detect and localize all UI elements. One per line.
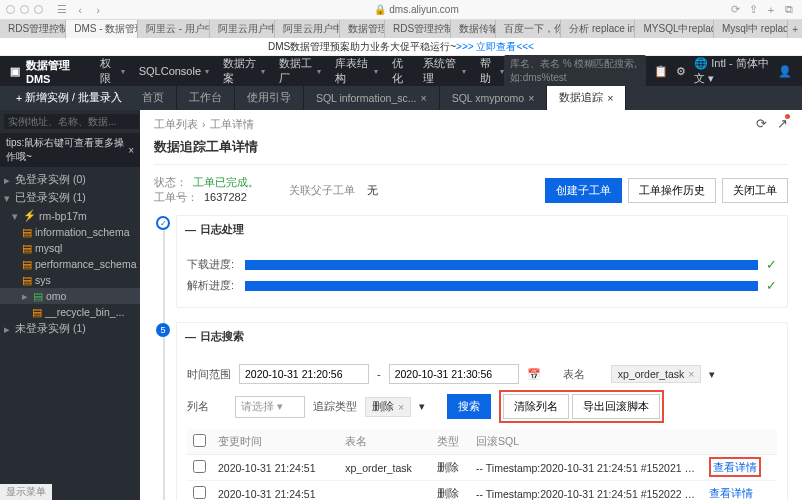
browser-tab[interactable]: 百度一下，你…	[496, 20, 561, 38]
tree-db[interactable]: ▤__recycle_bin_...	[0, 304, 140, 320]
workspace: 🔍 ⟳ tips:鼠标右键可查看更多操作哦~× ▸免登录实例 (0) ▾已登录实…	[0, 110, 802, 500]
tree-group[interactable]: ▸免登录实例 (0)	[0, 171, 140, 189]
menu-item[interactable]: SQLConsole	[139, 56, 209, 86]
tree-group[interactable]: ▸未登录实例 (1)	[0, 320, 140, 338]
browser-tab[interactable]: 数据传输	[451, 20, 496, 38]
row-checkbox[interactable]	[193, 486, 206, 499]
menu-item[interactable]: 系统管理	[423, 56, 465, 86]
view-detail-link[interactable]: 查看详情	[709, 487, 753, 499]
col-header: 回滚SQL	[470, 429, 702, 455]
search-button[interactable]: 搜索	[447, 394, 491, 419]
track-type-tag[interactable]: 删除×	[365, 397, 411, 417]
remove-icon[interactable]: ×	[398, 401, 404, 413]
time-from-input[interactable]	[239, 364, 369, 384]
table-label: 表名	[563, 367, 603, 382]
close-icon[interactable]: ×	[420, 92, 426, 104]
tree-db[interactable]: ▤information_schema	[0, 224, 140, 240]
chevron-down-icon[interactable]: ▾	[709, 368, 715, 381]
close-icon[interactable]: ×	[528, 92, 534, 104]
table-tag[interactable]: xp_order_task×	[611, 365, 702, 383]
browser-tab[interactable]: Mysql中 replace ...	[714, 20, 788, 38]
create-sub-ticket-button[interactable]: 创建子工单	[545, 178, 622, 203]
sidebar-search[interactable]	[4, 114, 139, 129]
banner-link[interactable]: >>> 立即查看<<<	[456, 40, 534, 54]
browser-tab[interactable]: DMS - 数据管理...	[66, 20, 138, 38]
back-icon[interactable]: ‹	[73, 3, 87, 17]
chevron-down-icon[interactable]: ▾	[419, 400, 425, 413]
collapse-icon: —	[185, 224, 196, 236]
browser-tab[interactable]: MYSQL中replace ...	[635, 20, 713, 38]
share-icon[interactable]: ⇪	[746, 3, 760, 17]
ws-tab[interactable]: SQL xmypromo ×	[440, 86, 548, 110]
close-icon[interactable]: ×	[128, 145, 134, 156]
clear-columns-button[interactable]: 清除列名	[503, 394, 569, 419]
remove-icon[interactable]: ×	[688, 368, 694, 380]
panel-header[interactable]: —日志处理	[177, 216, 787, 243]
cell-time: 2020-10-31 21:24:51	[212, 455, 339, 481]
logo[interactable]: ▣数据管理DMS	[10, 58, 84, 85]
refresh-icon[interactable]: ⟳	[756, 116, 767, 131]
export-rollback-button[interactable]: 导出回滚脚本	[572, 394, 660, 419]
tree-group[interactable]: ▾已登录实例 (1)	[0, 189, 140, 207]
ws-tab[interactable]: 使用引导	[235, 86, 304, 110]
panel-header[interactable]: —日志搜索	[177, 323, 787, 350]
time-to-input[interactable]	[389, 364, 519, 384]
menu-item[interactable]: 库表结构	[335, 56, 377, 86]
tabs-icon[interactable]: ⧉	[782, 3, 796, 17]
results-table: 变更时间 表名 类型 回滚SQL 2020-10-31 21:24:51 xp_…	[187, 429, 777, 500]
address-bar[interactable]: 🔒dms.aliyun.com	[109, 4, 724, 15]
browser-tab[interactable]: RDS管理控制台	[0, 20, 66, 38]
browser-tab[interactable]: 阿里云用户中心	[210, 20, 275, 38]
tree-db[interactable]: ▤sys	[0, 272, 140, 288]
select-all-checkbox[interactable]	[193, 434, 206, 447]
sidebar-toggle-icon[interactable]: ☰	[55, 3, 69, 17]
column-select[interactable]: 请选择 ▾	[235, 396, 305, 418]
menu-item[interactable]: 数据工厂	[279, 56, 321, 86]
ws-tab[interactable]: 首页	[130, 86, 177, 110]
user-avatar[interactable]: 👤	[778, 65, 792, 78]
promo-banner: DMS数据管理预案助力业务大促平稳运行~ >>> 立即查看<<<	[0, 38, 802, 56]
table-row: 2020-10-31 21:24:51 xp_order_task 删除 -- …	[187, 455, 777, 481]
clipboard-icon[interactable]: 📋	[654, 65, 668, 78]
top-menu: 权限 SQLConsole 数据方案 数据工厂 库表结构 优化 系统管理 帮助	[100, 56, 504, 86]
table-row: 2020-10-31 21:24:51 删除 -- Timestamp:2020…	[187, 481, 777, 501]
locale-switch[interactable]: 🌐 Intl - 简体中文 ▾	[694, 56, 770, 86]
tree-instance[interactable]: ▾⚡ rm-bp17m	[0, 207, 140, 224]
menu-item[interactable]: 数据方案	[223, 56, 265, 86]
tree-db[interactable]: ▤mysql	[0, 240, 140, 256]
calendar-icon[interactable]: 📅	[527, 368, 541, 381]
settings-icon[interactable]: ⚙	[676, 65, 686, 78]
track-type-label: 追踪类型	[313, 399, 357, 414]
close-icon[interactable]: ×	[607, 92, 613, 104]
forward-icon[interactable]: ›	[91, 3, 105, 17]
menu-item[interactable]: 优化	[392, 56, 410, 86]
menu-item[interactable]: 权限	[100, 56, 124, 86]
crumb-link[interactable]: 工单列表	[154, 118, 198, 130]
cell-table	[339, 481, 430, 501]
add-instance[interactable]: +新增实例 / 批量录入	[8, 86, 130, 110]
browser-tab[interactable]: 阿里云 - 用户中心	[138, 20, 210, 38]
close-ticket-button[interactable]: 关闭工单	[722, 178, 788, 203]
col-header: 表名	[339, 429, 430, 455]
global-search[interactable]: 库名、表名 % 模糊匹配搜索, 如:dms%test	[504, 55, 646, 87]
timeline: ✓ —日志处理 下载进度:✓ 解析进度:✓ 5 —日志搜索 时间范围	[154, 215, 788, 500]
reload-icon[interactable]: ⟳	[728, 3, 742, 17]
view-detail-link[interactable]: 查看详情	[713, 461, 757, 473]
browser-tab[interactable]: RDS管理控制台	[385, 20, 451, 38]
browser-tab[interactable]: 阿里云用户中心	[275, 20, 340, 38]
share-icon[interactable]: ↗	[777, 116, 788, 131]
ticket-history-button[interactable]: 工单操作历史	[628, 178, 716, 203]
ws-tab[interactable]: 数据追踪 ×	[547, 86, 626, 110]
browser-tab[interactable]: 数据管理	[340, 20, 385, 38]
tree-db[interactable]: ▸▤ omo	[0, 288, 140, 304]
menu-item[interactable]: 帮助	[480, 56, 504, 86]
new-tab-icon[interactable]: +	[764, 3, 778, 17]
ws-tab[interactable]: 工作台	[177, 86, 235, 110]
check-icon: ✓	[766, 278, 777, 293]
ws-tab[interactable]: SQL information_sc... ×	[304, 86, 440, 110]
row-checkbox[interactable]	[193, 460, 206, 473]
tree-db[interactable]: ▤performance_schema	[0, 256, 140, 272]
window-controls[interactable]	[6, 5, 43, 14]
add-tab-icon[interactable]: +	[788, 20, 802, 38]
browser-tab[interactable]: 分析 replace into...	[561, 20, 635, 38]
